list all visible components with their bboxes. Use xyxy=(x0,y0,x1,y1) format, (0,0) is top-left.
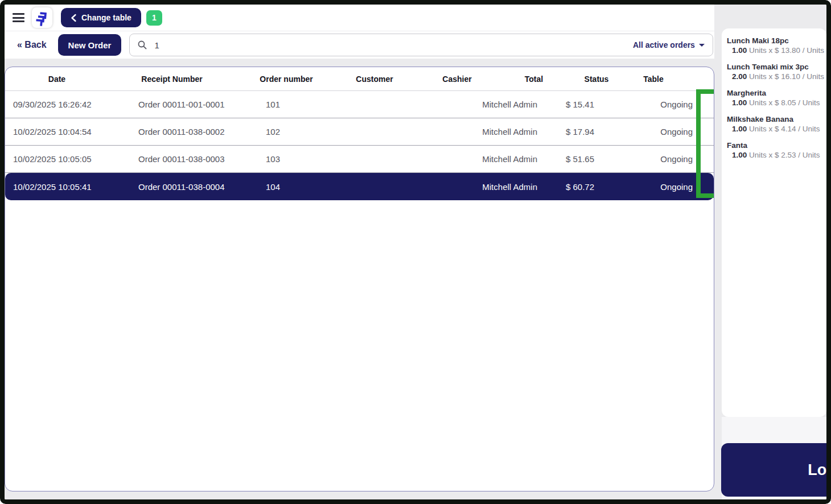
new-order-button[interactable]: New Order xyxy=(58,34,122,56)
cell-cashier: Mitchell Admin xyxy=(436,154,544,164)
cell-order_number: 102 xyxy=(260,127,362,137)
app-logo[interactable] xyxy=(32,7,52,28)
column-header: Table xyxy=(628,75,679,84)
cell-date: 09/30/2025 16:26:42 xyxy=(5,100,133,109)
product-name: Margherita xyxy=(727,88,824,98)
orders-table-header: DateReceipt NumberOrder numberCustomerCa… xyxy=(5,67,714,91)
column-header: Total xyxy=(503,75,565,84)
table-count-badge[interactable]: 1 xyxy=(146,10,162,26)
cell-total: $ 15.41 xyxy=(544,100,606,109)
column-header: Status xyxy=(565,75,628,84)
cell-order_number: 104 xyxy=(260,182,362,192)
column-header: Customer xyxy=(338,75,412,84)
search-icon xyxy=(138,40,147,49)
cell-date: 10/02/2025 10:05:05 xyxy=(5,154,133,164)
app-window: Change table 1 « Back New Order All acti… xyxy=(0,0,831,504)
cell-status: Ongoing xyxy=(606,154,701,164)
change-table-button[interactable]: Change table xyxy=(61,8,141,27)
order-line[interactable]: Margherita1.00 Units x $ 8.05 / Units xyxy=(727,88,824,108)
column-header: Order number xyxy=(235,75,338,84)
order-row[interactable]: 09/30/2025 16:26:42Order 00011-001-00011… xyxy=(5,91,714,118)
order-row[interactable]: 10/02/2025 10:05:05Order 00011-038-00031… xyxy=(5,146,714,173)
product-qty-line: 1.00 Units x $ 13.80 / Units xyxy=(727,46,824,55)
logo-arrows-icon xyxy=(34,9,51,26)
cell-cashier: Mitchell Admin xyxy=(436,127,544,137)
order-line[interactable]: Fanta1.00 Units x $ 2.53 / Units xyxy=(727,141,824,160)
spacer xyxy=(5,59,714,67)
back-button[interactable]: « Back xyxy=(17,40,47,50)
caret-down-icon xyxy=(699,44,705,47)
orders-toolbar: « Back New Order All active orders xyxy=(5,31,714,59)
order-lines: Lunch Maki 18pc1.00 Units x $ 13.80 / Un… xyxy=(727,36,824,160)
change-table-label: Change table xyxy=(81,13,131,22)
cell-cashier: Mitchell Admin xyxy=(436,100,544,109)
cell-total: $ 17.94 xyxy=(544,127,606,137)
cell-status: Ongoing xyxy=(606,100,701,109)
cell-receipt: Order 00011-001-0001 xyxy=(133,100,260,109)
order-row[interactable]: 10/02/2025 10:05:41Order 00011-038-00041… xyxy=(5,173,714,200)
cell-date: 10/02/2025 10:04:54 xyxy=(5,127,133,137)
column-header: Date xyxy=(5,75,109,84)
order-summary-panel: Lunch Maki 18pc1.00 Units x $ 13.80 / Un… xyxy=(714,5,826,499)
search-input[interactable] xyxy=(154,40,633,50)
cell-total: $ 51.65 xyxy=(544,154,606,164)
order-line[interactable]: Milkshake Banana1.00 Units x $ 4.14 / Un… xyxy=(727,114,824,134)
order-line[interactable]: Lunch Temaki mix 3pc2.00 Units x $ 16.10… xyxy=(727,62,824,81)
cell-receipt: Order 00011-038-0004 xyxy=(133,182,260,192)
orders-panel: Change table 1 « Back New Order All acti… xyxy=(5,5,714,499)
product-qty-line: 1.00 Units x $ 8.05 / Units xyxy=(727,98,824,108)
orders-filter-dropdown[interactable]: All active orders xyxy=(633,40,705,49)
top-navbar: Change table 1 xyxy=(5,5,714,31)
product-qty-line: 1.00 Units x $ 4.14 / Units xyxy=(727,124,824,134)
product-qty-line: 1.00 Units x $ 2.53 / Units xyxy=(727,150,824,160)
orders-table-body: 09/30/2025 16:26:42Order 00011-001-00011… xyxy=(5,91,714,200)
cell-status: Ongoing xyxy=(606,182,701,192)
cell-status: Ongoing xyxy=(606,127,701,137)
orders-filter-label: All active orders xyxy=(633,40,695,49)
cell-cashier: Mitchell Admin xyxy=(436,182,544,192)
chevron-left-icon xyxy=(71,14,77,22)
cell-total: $ 60.72 xyxy=(544,182,606,192)
product-name: Lunch Temaki mix 3pc xyxy=(727,62,824,72)
orders-table: DateReceipt NumberOrder numberCustomerCa… xyxy=(5,67,714,491)
cell-receipt: Order 00011-038-0003 xyxy=(133,154,260,164)
order-row[interactable]: 10/02/2025 10:04:54Order 00011-038-00021… xyxy=(5,118,714,146)
cell-order_number: 101 xyxy=(260,100,362,109)
column-header: Cashier xyxy=(412,75,503,84)
cell-order_number: 103 xyxy=(260,154,362,164)
column-header: Receipt Number xyxy=(109,75,235,84)
product-name: Milkshake Banana xyxy=(727,114,824,124)
search-bar[interactable]: All active orders xyxy=(129,34,713,56)
product-name: Fanta xyxy=(727,141,824,150)
header-block: Change table 1 « Back New Order All acti… xyxy=(5,5,714,59)
product-qty-line: 2.00 Units x $ 16.10 / Units xyxy=(727,72,824,81)
cell-receipt: Order 00011-038-0002 xyxy=(133,127,260,137)
order-line[interactable]: Lunch Maki 18pc1.00 Units x $ 13.80 / Un… xyxy=(727,36,824,55)
order-lines-card: Lunch Maki 18pc1.00 Units x $ 13.80 / Un… xyxy=(722,28,826,417)
load-order-button[interactable]: Load Order xyxy=(721,443,831,497)
product-name: Lunch Maki 18pc xyxy=(727,36,824,46)
menu-icon[interactable] xyxy=(13,13,24,22)
cell-date: 10/02/2025 10:05:41 xyxy=(5,182,133,192)
